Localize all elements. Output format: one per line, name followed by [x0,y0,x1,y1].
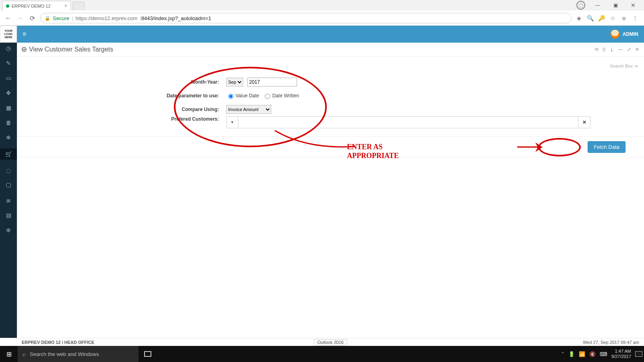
customers-field[interactable] [238,116,578,128]
minimize-panel-icon[interactable]: — [618,47,623,52]
browser-tab[interactable]: ERPREV DEMO 12 × [2,1,71,10]
radio-date-written[interactable]: Date Written [263,93,299,99]
tray-notifications-icon[interactable] [635,351,642,357]
secure-label: Secure [53,15,69,21]
menu-dots-icon[interactable]: ⋮ [632,15,638,21]
fetch-data-button[interactable]: Fetch Data [588,141,625,153]
link-icon[interactable]: ✥ [3,89,14,97]
window-maximize-icon[interactable]: ▣ [610,2,621,8]
disc-icon[interactable]: ◌ [3,167,14,175]
cash-icon[interactable]: ▭ [3,74,14,82]
expand-panel-icon[interactable]: ⤢ [627,47,631,52]
box-icon[interactable]: ▦ [3,104,14,112]
footer-left: ERPREV DEMO 12 / HEAD OFFICE [22,340,94,345]
customers-dropdown-toggle[interactable]: ▼ [226,116,238,128]
zoom-icon[interactable]: 🔍 [587,15,593,21]
tray-keyboard-icon[interactable]: ⌨ [600,351,607,357]
print-icon[interactable]: ⎙ [603,47,605,52]
address-bar[interactable]: 🔒 Secure | https://demo12.erprev.com:844… [40,13,572,23]
tray-chevron-icon[interactable]: ˄ [561,351,564,357]
cart-icon[interactable]: 🛒 [0,148,17,160]
page-bullet-icon [22,47,27,52]
sidebar-toggle-icon[interactable]: ≡ [23,31,26,38]
month-select[interactable]: Sep [226,78,243,86]
start-button[interactable]: ⊞ [0,346,18,362]
customers-label: Prefered Customers: [37,116,226,128]
db-icon[interactable]: ≣ [3,196,14,204]
user-label: ADMIN [623,31,638,37]
extension-icon[interactable]: ◉ [621,15,627,21]
refresh-icon[interactable]: ⟲ [594,47,599,52]
close-panel-icon[interactable]: ✕ [635,47,639,52]
tray-volume-icon[interactable]: 🔇 [589,351,596,357]
snow-icon[interactable]: ❄ [3,134,14,142]
download-icon[interactable]: ⭳ [609,47,614,52]
radio-value-date[interactable]: Value Date [226,93,259,99]
radio-date-written-input[interactable] [265,94,270,99]
tab-title: ERPREV DEMO 12 [12,4,51,8]
taskbar-search-input[interactable]: ⌕Search the web and Windows [18,346,138,362]
footer-datetime: Wed 27, Sep 2017 09:47 am [583,340,639,345]
monitor-icon[interactable]: 🖵 [3,181,14,189]
tag-icon[interactable]: ✎ [3,59,14,67]
task-view-icon[interactable] [138,346,157,362]
tray-clock[interactable]: 1:47 AM 9/27/2017 [611,349,631,359]
compare-select[interactable]: Invoice Amount [226,105,271,114]
tray-battery-icon[interactable]: 🔋 [568,351,575,357]
customers-clear-icon[interactable]: ✕ [578,116,590,128]
window-close-icon[interactable]: ✕ [628,2,638,8]
year-input[interactable] [247,78,297,86]
book-icon[interactable]: ▤ [3,211,14,219]
lock-icon: 🔒 [45,16,50,21]
searchbox-toggle[interactable]: Search Box ⇥ [610,64,638,69]
radio-value-date-input[interactable] [228,94,233,99]
taskbar: ⊞ ⌕Search the web and Windows e 🛍 🦊 ✦ 📁 … [0,346,644,362]
date-param-label: Date parameter to use: [37,93,226,99]
compare-label: Compare Using: [37,107,226,112]
logo-text: YOUR LOGO HERE [0,29,17,39]
nav-back-icon[interactable]: ← [4,14,12,22]
topbar: ≡ ADMIN [17,26,644,43]
page-title: View Customer Sales Targets [29,46,113,53]
avatar [611,30,619,39]
key-icon[interactable]: 🔑 [598,15,605,21]
location-icon[interactable]: ◈ [576,15,582,21]
sidebar: ◷ ✎ ▭ ✥ ▦ 🗑 ❄ 🛒 ◌ 🖵 ≣ ▤ ⊕ [0,26,17,338]
url-path: :8443/index.jsp?_autoloadm=1 [140,15,211,21]
new-tab-button[interactable] [72,2,85,10]
gauge-icon[interactable]: ◷ [3,44,14,52]
user-menu[interactable]: ADMIN [611,30,638,39]
globe-icon[interactable]: ⊕ [3,226,14,234]
star-icon[interactable]: ☆ [609,15,616,21]
tab-favicon [6,4,9,8]
url-host: https://demo12.erprev.com [76,15,138,21]
window-minimize-icon[interactable]: — [592,2,603,8]
tab-close-icon[interactable]: × [64,3,67,9]
trash-icon[interactable]: 🗑 [3,119,14,127]
profile-icon[interactable]: ◯ [576,1,585,10]
nav-forward-icon[interactable]: → [16,14,24,22]
month-year-label: Month-Year: [37,79,226,85]
tray-wifi-icon[interactable]: 📶 [579,351,585,357]
footer-tooltip: Outlook 2016 [314,339,347,346]
nav-reload-icon[interactable]: ⟳ [28,14,36,22]
app-logo: YOUR LOGO HERE [0,26,17,43]
